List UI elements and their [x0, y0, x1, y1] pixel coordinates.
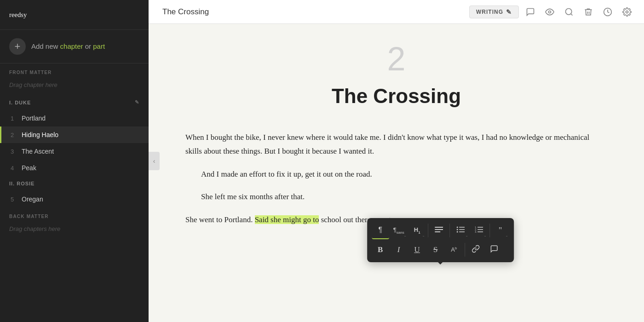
back-matter-label: Back Matter: [0, 207, 149, 222]
topbar-right: WRITING ✎: [469, 4, 635, 20]
chapter-num-2: 2: [11, 132, 22, 138]
chapter-item-portland[interactable]: 1 Portland: [0, 110, 149, 126]
chapter-number: 2: [185, 42, 607, 75]
part-link[interactable]: part: [93, 42, 105, 50]
chapter-item-hiding-haelo[interactable]: 2 Hiding Haelo: [0, 126, 149, 143]
add-new-text: Add new chapter or part: [31, 41, 105, 52]
history-icon-button[interactable]: [600, 4, 615, 20]
heading1-icon: H1: [414, 226, 420, 235]
tb-link-button[interactable]: [467, 241, 484, 259]
paragraph-2[interactable]: And I made an effort to fix it up, get i…: [185, 167, 607, 181]
tb-paragraph-sans-button[interactable]: ¶sans ···: [390, 222, 408, 239]
tb-italic-button[interactable]: I: [390, 241, 408, 259]
tb-align-button[interactable]: [430, 222, 448, 239]
svg-line-3: [571, 13, 573, 15]
chapter-title-the-ascent: The Ascent: [22, 148, 54, 155]
underline-icon: U: [414, 245, 420, 254]
add-new-button[interactable]: +: [9, 38, 26, 55]
toolbar-row-2: B I U S Ab: [372, 241, 509, 259]
collapse-sidebar-button[interactable]: ‹: [149, 152, 160, 170]
strikethrough-icon: S: [433, 245, 437, 254]
svg-point-13: [456, 231, 458, 233]
editor-area[interactable]: 2 The Crossing When I bought the bike, I…: [149, 24, 644, 322]
add-new-prefix: Add new: [31, 42, 60, 50]
highlighted-text: Said she might go to: [255, 215, 319, 224]
tb-blockquote-button[interactable]: " ···: [492, 222, 509, 239]
tb-list-unordered-button[interactable]: ···: [452, 222, 469, 239]
paragraph-sans-icon: ¶sans: [393, 226, 404, 235]
link-icon: [472, 245, 480, 255]
chapter-num-5: 5: [11, 196, 22, 203]
chapter-num-1: 1: [11, 115, 22, 122]
or-text: or: [83, 42, 93, 50]
paragraph-icon: ¶: [378, 226, 382, 234]
chapter-item-the-ascent[interactable]: 3 The Ascent: [0, 143, 149, 160]
part1-edit-icon[interactable]: ✎: [135, 99, 139, 105]
bold-icon: B: [378, 245, 383, 254]
chapter-item-oregan[interactable]: 5 Oregan: [0, 191, 149, 207]
preview-icon-button[interactable]: [542, 4, 558, 20]
tb-strikethrough-button[interactable]: S: [427, 241, 444, 259]
paragraph-1[interactable]: When I bought the bike, I never knew whe…: [185, 131, 607, 158]
svg-point-5: [626, 11, 628, 13]
tb-list-ordered-button[interactable]: 1. 2. 3. ···: [470, 222, 488, 239]
tb-paragraph-button[interactable]: ¶: [372, 222, 389, 239]
svg-point-2: [566, 8, 572, 14]
trash-icon-button[interactable]: [581, 4, 596, 20]
comment-icon-button[interactable]: [523, 4, 538, 20]
main-area: The Crossing WRITING ✎: [149, 0, 644, 322]
front-matter-placeholder: Drag chapter here: [0, 78, 149, 95]
tb-bold-button[interactable]: B: [372, 241, 389, 259]
sidebar: reedsy + Add new chapter or part Front M…: [0, 0, 149, 322]
topbar: The Crossing WRITING ✎: [149, 0, 644, 24]
tb-fontsize-button[interactable]: Ab: [445, 241, 463, 259]
svg-text:3.: 3.: [475, 230, 477, 233]
search-icon-button[interactable]: [561, 4, 577, 20]
mode-pencil-icon: ✎: [506, 8, 512, 16]
chapter-title-portland: Portland: [22, 115, 46, 122]
part2-label: II. Rosie: [0, 176, 149, 191]
italic-icon: I: [397, 245, 400, 254]
paragraph-3[interactable]: She left me six months after that.: [185, 190, 607, 204]
chapter-title-hiding-haelo: Hiding Haelo: [22, 131, 58, 138]
svg-text:reedsy: reedsy: [9, 11, 27, 18]
list-unordered-icon: [456, 226, 465, 235]
svg-point-1: [549, 11, 551, 13]
fontsize-icon: Ab: [451, 246, 457, 253]
chapter-title-peak: Peak: [22, 164, 36, 172]
tb-heading1-button[interactable]: H1 ···: [408, 222, 426, 239]
chapter-num-3: 3: [11, 148, 22, 155]
logo: reedsy: [0, 0, 149, 30]
svg-point-9: [456, 227, 458, 228]
add-new-section: + Add new chapter or part: [0, 30, 149, 63]
comment-tb-icon: [490, 245, 498, 255]
chapter-item-peak[interactable]: 4 Peak: [0, 160, 149, 176]
topbar-title: The Crossing: [162, 7, 209, 17]
mode-label: WRITING: [476, 9, 503, 15]
tb-comment-button[interactable]: [485, 241, 503, 259]
part1-label: I. Duke ✎: [0, 95, 149, 110]
mode-button[interactable]: WRITING ✎: [469, 6, 519, 18]
back-matter-placeholder: Drag chapters here: [0, 222, 149, 239]
svg-point-11: [456, 229, 458, 230]
front-matter-label: Front Matter: [0, 63, 149, 78]
align-icon: [435, 226, 443, 235]
chapter-num-4: 4: [11, 165, 22, 172]
chapter-heading: The Crossing: [185, 85, 607, 108]
format-toolbar: ¶ ¶sans ··· H1 ···: [367, 218, 514, 262]
tb-underline-button[interactable]: U: [408, 241, 426, 259]
settings-icon-button[interactable]: [619, 4, 635, 20]
plus-icon: +: [15, 41, 21, 52]
toolbar-row-1: ¶ ¶sans ··· H1 ···: [372, 222, 509, 239]
list-ordered-icon: 1. 2. 3.: [475, 226, 483, 235]
blockquote-icon: ": [499, 226, 502, 236]
chapter-title-oregan: Oregan: [22, 196, 43, 203]
chapter-link[interactable]: chapter: [60, 42, 83, 50]
